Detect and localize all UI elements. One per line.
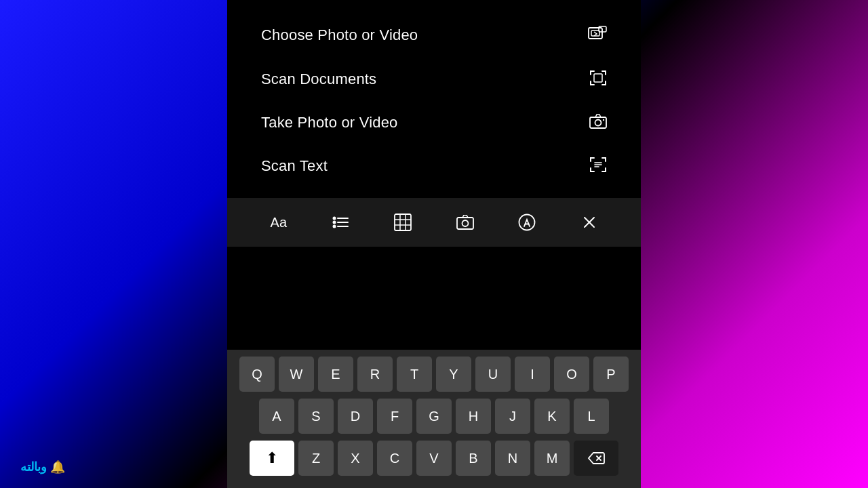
close-button[interactable] <box>574 207 604 237</box>
scan-text-label: Scan Text <box>261 157 328 175</box>
key-h[interactable]: H <box>456 399 491 434</box>
key-g[interactable]: G <box>416 399 452 434</box>
key-o[interactable]: O <box>554 357 589 392</box>
menu-item-take-photo-video[interactable]: Take Photo or Video <box>227 102 641 144</box>
keyboard-row-1: Q W E R T Y U I O P <box>230 357 638 392</box>
key-b[interactable]: B <box>456 441 491 476</box>
key-u[interactable]: U <box>475 357 511 392</box>
key-e[interactable]: E <box>318 357 353 392</box>
font-button[interactable]: Aa <box>264 207 294 237</box>
phone-panel: Choose Photo or Video Scan Documents <box>227 0 641 488</box>
circle-a-button[interactable] <box>512 207 542 237</box>
shift-key[interactable]: ⬆ <box>250 441 294 476</box>
svg-rect-16 <box>395 214 411 230</box>
svg-point-6 <box>603 119 604 121</box>
close-icon <box>583 216 596 229</box>
key-z[interactable]: Z <box>298 441 334 476</box>
delete-icon <box>587 451 605 465</box>
key-t[interactable]: T <box>397 357 432 392</box>
key-a[interactable]: A <box>259 399 294 434</box>
photo-video-icon <box>588 26 607 45</box>
key-n[interactable]: N <box>495 441 530 476</box>
svg-point-5 <box>595 120 601 126</box>
key-i[interactable]: I <box>515 357 550 392</box>
menu-section: Choose Photo or Video Scan Documents <box>227 0 641 195</box>
key-d[interactable]: D <box>338 399 373 434</box>
scan-documents-label: Scan Documents <box>261 70 376 88</box>
camera-small-icon <box>456 215 474 230</box>
font-label: Aa <box>271 215 287 230</box>
key-l[interactable]: L <box>574 399 609 434</box>
key-k[interactable]: K <box>534 399 570 434</box>
svg-rect-3 <box>594 74 602 82</box>
svg-point-14 <box>333 225 336 228</box>
content-spacer <box>227 249 641 350</box>
keyboard-row-3: ⬆ Z X C V B N M <box>230 441 638 476</box>
keyboard: Q W E R T Y U I O P A S D F G H J K L ⬆ … <box>227 350 641 488</box>
svg-point-10 <box>333 217 336 220</box>
camera-icon <box>589 114 607 131</box>
key-c[interactable]: C <box>377 441 412 476</box>
key-x[interactable]: X <box>338 441 373 476</box>
key-w[interactable]: W <box>279 357 314 392</box>
choose-photo-video-label: Choose Photo or Video <box>261 26 418 44</box>
delete-key[interactable] <box>574 441 618 476</box>
svg-point-23 <box>519 215 535 230</box>
svg-rect-4 <box>590 117 606 128</box>
key-j[interactable]: J <box>495 399 530 434</box>
take-photo-video-label: Take Photo or Video <box>261 114 398 131</box>
key-q[interactable]: Q <box>239 357 275 392</box>
keyboard-row-2: A S D F G H J K L <box>230 399 638 434</box>
scan-text-icon <box>589 156 607 176</box>
camera-small-button[interactable] <box>450 207 480 237</box>
watermark: وبالته 🔔 <box>20 459 65 474</box>
list-icon <box>332 215 349 230</box>
key-v[interactable]: V <box>416 441 452 476</box>
key-f[interactable]: F <box>377 399 412 434</box>
scan-doc-icon <box>589 69 607 89</box>
key-m[interactable]: M <box>534 441 570 476</box>
key-r[interactable]: R <box>357 357 393 392</box>
svg-point-22 <box>462 220 468 226</box>
menu-item-scan-text[interactable]: Scan Text <box>227 144 641 188</box>
key-p[interactable]: P <box>593 357 629 392</box>
toolbar: Aa <box>227 198 641 247</box>
svg-point-12 <box>333 221 336 224</box>
key-s[interactable]: S <box>298 399 334 434</box>
table-button[interactable] <box>388 207 418 237</box>
key-y[interactable]: Y <box>436 357 471 392</box>
menu-item-scan-documents[interactable]: Scan Documents <box>227 57 641 102</box>
svg-rect-21 <box>457 218 473 229</box>
menu-item-choose-photo-video[interactable]: Choose Photo or Video <box>227 14 641 57</box>
table-icon <box>394 214 412 231</box>
list-button[interactable] <box>326 207 355 237</box>
circle-a-icon <box>518 214 536 231</box>
